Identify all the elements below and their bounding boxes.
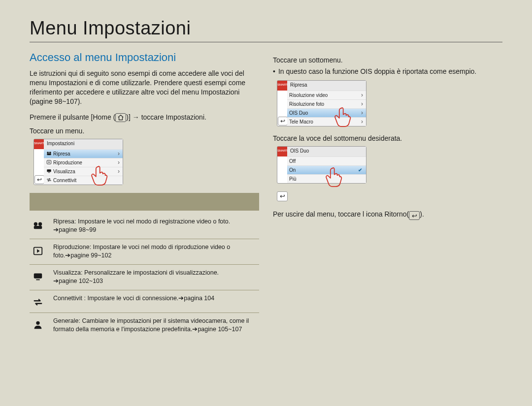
ois-option-on[interactable]: On✔	[287, 165, 366, 174]
desc-table: Ripresa: Impostare le voci nel modo di r…	[30, 214, 259, 338]
desc-label: Generale:	[53, 317, 80, 324]
return-icon[interactable]: ↩	[278, 117, 288, 125]
submenu-item-label: Risoluzione video	[289, 93, 328, 98]
desc-label: Connettivit :	[53, 295, 86, 302]
submenu-item-label: Tele Macro	[289, 119, 313, 125]
section-title: Accesso al menu Impostazioni	[30, 51, 259, 64]
check-icon: ✔	[358, 167, 364, 173]
return-icon: ↩	[409, 211, 420, 220]
desc-label: Ripresa:	[53, 218, 76, 225]
desc-row-riproduzione: Riproduzione: Impostare le voci nel modo…	[30, 239, 259, 265]
desc-row-visualizza: Visualizza: Personalizzare le impostazio…	[30, 265, 259, 290]
desc-row-ripresa: Ripresa: Impostare le voci nel modo di r…	[30, 214, 259, 239]
menu-item-riproduzione[interactable]: Riproduzione›	[44, 158, 123, 167]
step-press-home-pre: Premere il pulsante [Home (	[30, 113, 115, 121]
step-exit-post: ).	[420, 210, 424, 218]
submenu-item-label: OIS Duo	[289, 110, 308, 116]
desc-page-ref: ➔pagina 104	[178, 295, 214, 302]
ois-option-off[interactable]: Off	[287, 156, 366, 165]
return-icon[interactable]: ↩	[277, 191, 288, 201]
desc-page-ref: ➔pagine 99~102	[65, 252, 111, 259]
chevron-right-icon: ›	[361, 118, 364, 125]
chevron-right-icon: ›	[118, 150, 121, 157]
home-icon	[115, 113, 126, 122]
return-icon[interactable]: ↩	[34, 175, 44, 184]
desc-label: Riproduzione:	[53, 244, 91, 250]
display-icon	[46, 168, 52, 175]
menu-item-label: Connettivit	[53, 178, 76, 183]
chevron-right-icon: ›	[361, 109, 364, 116]
desc-row-connettivit: Connettivit : Impostare le voci di conne…	[30, 290, 259, 313]
chevron-right-icon: ›	[118, 159, 121, 166]
chevron-right-icon: ›	[361, 100, 364, 107]
submenu-item-label: Risoluzione foto	[289, 101, 324, 107]
intro-text: Le istruzioni qui di seguito sono esempi…	[30, 69, 259, 106]
menu-item-ripresa[interactable]: Ripresa›	[44, 149, 123, 158]
step-touch-submenu: Toccare un sottomenu.	[273, 56, 502, 64]
ois-option-label: On	[289, 167, 296, 173]
step-exit: Per uscire dal menu, toccare l icona Rit…	[273, 210, 502, 220]
step-touch-submenu-item: Toccare la voce del sottomenu desiderata…	[273, 134, 502, 142]
thumb-ois-title: OIS Duo	[287, 147, 366, 156]
desc-row-generale: Generale: Cambiare le impostazioni per i…	[30, 313, 259, 338]
menu-item-label: Riproduzione	[53, 160, 82, 165]
chevron-right-icon: ›	[361, 92, 364, 98]
step-press-home: Premere il pulsante [Home ()] → toccare …	[30, 113, 259, 122]
desc-page-ref: ➔pagine 98~99	[53, 226, 96, 233]
step-exit-pre: Per uscire dal menu, toccare l icona Rit…	[273, 210, 409, 218]
title-rule	[30, 42, 502, 42]
menu-item-label: Visualizza	[53, 169, 75, 174]
smart-badge-icon: SMART	[277, 147, 287, 156]
camera-icon	[46, 151, 52, 157]
desc-text: Impostare le voci di connessione.	[86, 295, 178, 302]
submenu-item-risoluzione-foto[interactable]: Risoluzione foto›	[287, 99, 366, 108]
swap-icon	[31, 294, 45, 308]
swap-icon	[46, 177, 52, 184]
menu-item-visualizza[interactable]: Visualizza›	[44, 167, 123, 176]
ois-option-label: Più	[289, 176, 296, 182]
desc-label: Visualizza:	[53, 269, 83, 276]
thumb-menu-title: Impostazioni	[44, 139, 123, 149]
smart-badge-icon: SMART	[34, 139, 44, 149]
person-icon	[31, 317, 45, 331]
ois-note: In questo caso la funzione OIS doppia è …	[279, 67, 502, 76]
thumb-menu: SMART Impostazioni ↩ Ripresa› Riproduzio…	[33, 139, 123, 185]
smart-badge-icon: SMART	[277, 81, 287, 91]
right-column: Toccare un sottomenu. In questo caso la …	[273, 51, 502, 338]
desc-page-ref: ➔pagine 105~107	[192, 326, 242, 333]
chevron-right-icon: ›	[118, 168, 121, 175]
page-title: Menu Impostazioni	[30, 18, 502, 39]
play-icon	[31, 243, 45, 257]
menu-item-label: Ripresa	[53, 151, 70, 156]
ois-option-label: Off	[289, 158, 296, 164]
left-column: Accesso al menu Impostazioni Le istruzio…	[30, 51, 259, 338]
display-icon	[31, 269, 45, 282]
thumb-ois: SMART OIS Duo Off On✔ Più	[277, 146, 366, 184]
thumb-submenu: SMART Ripresa ↩ Risoluzione video› Risol…	[277, 80, 366, 126]
submenu-item-risoluzione-video[interactable]: Risoluzione video›	[287, 91, 366, 99]
play-icon	[46, 159, 52, 166]
thumb-submenu-title: Ripresa	[287, 81, 366, 91]
desc-page-ref: ➔pagine 102~103	[53, 278, 103, 284]
menu-item-connettivit[interactable]: Connettivit	[44, 176, 123, 185]
submenu-item-ois-duo[interactable]: OIS Duo›	[287, 108, 366, 117]
step-press-home-post: )] → toccare Impostazioni.	[126, 113, 206, 121]
desc-header-bar	[30, 193, 259, 211]
step-touch-menu: Toccare un menu.	[30, 127, 259, 135]
camera-icon	[31, 218, 45, 231]
submenu-item-tele-macro[interactable]: Tele Macro›	[287, 117, 366, 126]
desc-text: Impostare le voci nel modo di registrazi…	[76, 218, 231, 225]
ois-option-piu[interactable]: Più	[287, 174, 366, 183]
desc-text: Personalizzare le impostazioni di visual…	[83, 269, 219, 276]
